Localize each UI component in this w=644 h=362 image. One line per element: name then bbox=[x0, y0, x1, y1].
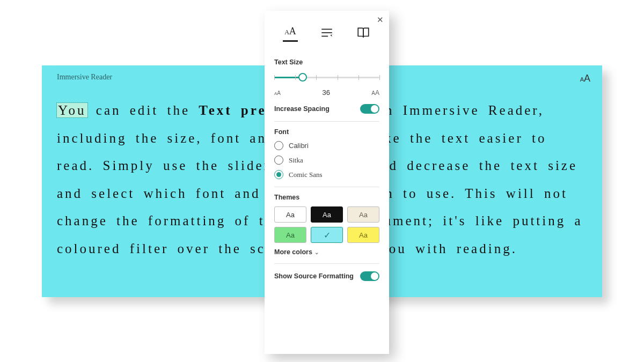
close-icon[interactable]: ✕ bbox=[377, 15, 384, 25]
slider-scale: AA 36 AA bbox=[274, 88, 379, 97]
current-word-highlight: You bbox=[57, 103, 87, 117]
tab-text-preferences[interactable]: AA bbox=[280, 26, 301, 45]
divider bbox=[274, 121, 379, 122]
source-formatting-toggle[interactable] bbox=[360, 271, 379, 281]
font-option-comic-sans[interactable]: Comic Sans bbox=[274, 170, 379, 179]
theme-black[interactable]: Aa bbox=[311, 206, 343, 223]
source-formatting-label: Show Source Formatting bbox=[274, 272, 354, 280]
theme-grid: Aa Aa Aa Aa ✓ Aa bbox=[274, 206, 379, 243]
text-size-slider[interactable] bbox=[274, 71, 379, 87]
grammar-icon bbox=[320, 26, 334, 40]
divider bbox=[274, 263, 379, 264]
text-preferences-icon[interactable]: AA bbox=[580, 73, 590, 84]
font-radio-group: Calibri Sitka Comic Sans bbox=[274, 141, 379, 179]
radio-icon bbox=[274, 170, 283, 179]
radio-icon bbox=[274, 141, 283, 150]
text-size-value: 36 bbox=[322, 88, 330, 97]
panel-tabs: AA bbox=[265, 11, 389, 49]
check-icon: ✓ bbox=[324, 230, 331, 240]
increase-spacing-label: Increase Spacing bbox=[274, 105, 330, 113]
increase-spacing-row: Increase Spacing bbox=[274, 104, 379, 114]
divider bbox=[274, 187, 379, 187]
theme-sepia[interactable]: Aa bbox=[347, 206, 379, 223]
text-size-label: Text Size bbox=[274, 58, 379, 66]
text-preferences-panel: ✕ AA Text Size bbox=[265, 11, 389, 354]
more-colors-label: More colors bbox=[274, 248, 312, 256]
reader-text-span: can edit the bbox=[87, 103, 199, 117]
font-option-sitka[interactable]: Sitka bbox=[274, 156, 379, 165]
slider-thumb[interactable] bbox=[298, 73, 307, 82]
book-icon bbox=[356, 26, 370, 40]
theme-green[interactable]: Aa bbox=[274, 227, 306, 243]
radio-icon bbox=[274, 156, 283, 165]
text-icon: AA bbox=[284, 26, 296, 37]
small-text-icon: AA bbox=[274, 90, 281, 96]
tab-grammar-options[interactable] bbox=[316, 26, 338, 45]
theme-white[interactable]: Aa bbox=[274, 206, 306, 223]
font-option-label: Comic Sans bbox=[289, 171, 322, 179]
more-colors-button[interactable]: More colors ⌄ bbox=[274, 248, 319, 256]
large-text-icon: AA bbox=[371, 89, 379, 97]
font-option-label: Calibri bbox=[289, 142, 309, 150]
font-option-calibri[interactable]: Calibri bbox=[274, 141, 379, 150]
increase-spacing-toggle[interactable] bbox=[360, 104, 379, 114]
source-formatting-row: Show Source Formatting bbox=[274, 271, 379, 281]
theme-cyan[interactable]: ✓ bbox=[311, 227, 343, 243]
tab-reading-preferences[interactable] bbox=[353, 26, 374, 45]
chevron-down-icon: ⌄ bbox=[314, 249, 319, 255]
font-label: Font bbox=[274, 128, 379, 136]
themes-label: Themes bbox=[274, 194, 379, 201]
font-option-label: Sitka bbox=[289, 156, 303, 165]
theme-yellow[interactable]: Aa bbox=[347, 227, 379, 243]
